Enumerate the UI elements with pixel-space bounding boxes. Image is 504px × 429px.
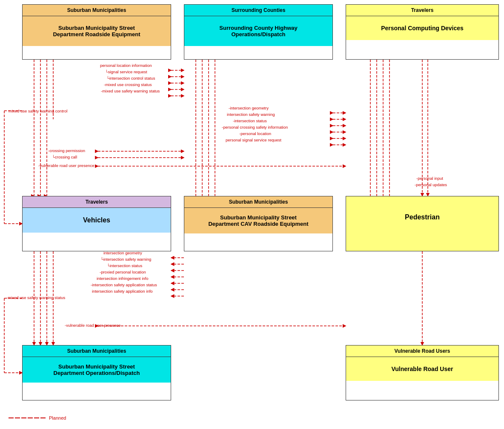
label-signal-service-req: └signal service request: [105, 69, 147, 74]
label-crossing-call: └crossing call: [52, 155, 77, 159]
vulnerable-road-user-body: Vulnerable Road User: [346, 357, 498, 381]
suburban-ops-header: Suburban Municipalities: [23, 346, 171, 357]
travelers-computing-body: Personal Computing Devices: [346, 16, 498, 40]
label-personal-location-info: personal location information: [100, 63, 152, 68]
surrounding-county-node: Surrounding Counties Surrounding County …: [184, 4, 333, 60]
label-mixed-use-warning-status-bottom: -mixed use safety warning status: [6, 295, 65, 300]
label-mixed-use-crossing: -mixed use crossing status: [104, 82, 152, 87]
suburban-ops-node: Suburban Municipalities Suburban Municip…: [22, 345, 171, 400]
suburban-cav-body: Suburban Municipality StreetDepartment C…: [184, 208, 332, 233]
label-personal-location-top: -personal location: [239, 131, 271, 136]
travelers-computing-node: Travelers Personal Computing Devices: [346, 4, 499, 60]
travelers-computing-header: Travelers: [346, 5, 498, 16]
label-intersection-status-bottom: └intersection status: [107, 263, 142, 268]
pedestrian-node: Pedestrian: [346, 196, 499, 251]
pedestrian-body: Pedestrian: [346, 196, 498, 251]
label-crossing-permission: -crossing permission: [48, 148, 85, 153]
label-mixed-use-warning-status: -mixed use safety warning status: [101, 89, 160, 93]
suburban-ops-body: Suburban Municipality StreetDepartment O…: [23, 357, 171, 383]
legend: Planned: [9, 415, 66, 420]
diagram: Suburban Municipalities Suburban Municip…: [0, 0, 504, 429]
legend-label: Planned: [49, 415, 66, 420]
vulnerable-road-user-node: Vulnerable Road Users Vulnerable Road Us…: [346, 345, 499, 400]
suburban-roadside-node: Suburban Municipalities Suburban Municip…: [22, 4, 171, 60]
label-personal-updates: -personal updates: [415, 182, 447, 187]
label-personal-signal: personal signal service request: [226, 138, 281, 142]
label-intersection-infringement: intersection infringement info: [97, 276, 148, 281]
suburban-cav-node: Suburban Municipalities Suburban Municip…: [184, 196, 333, 251]
surrounding-county-body: Surrounding County HighwayOperations/Dis…: [184, 16, 332, 46]
suburban-roadside-header: Suburban Municipalities: [23, 5, 171, 16]
label-intersection-geometry-top: -intersection geometry: [229, 106, 269, 110]
label-intersection-safety-warning-bottom: └intersection safety warning: [100, 257, 151, 262]
label-intersection-geometry-bottom: intersection geometry: [103, 250, 142, 255]
suburban-cav-header: Suburban Municipalities: [184, 196, 332, 208]
vulnerable-road-user-header: Vulnerable Road Users: [346, 346, 498, 357]
travelers-vehicles-body: Vehicles: [23, 208, 171, 233]
suburban-roadside-body: Suburban Municipality StreetDepartment R…: [23, 16, 171, 46]
label-intersection-safety-app-info: intersection safety application info: [92, 289, 153, 294]
label-intersection-safety-app-status: -intersection safety application status: [91, 282, 157, 287]
label-intersection-control: └intersection control status: [106, 76, 155, 81]
label-vru-presence-top: -vulnerable road user presence: [38, 163, 94, 168]
travelers-vehicles-header: Travelers: [23, 196, 171, 208]
label-proxied-personal: -proxied personal location: [100, 270, 146, 274]
label-mixed-use-warning-control: mixed use safety warning control: [9, 109, 67, 113]
label-personal-crossing: -personal crossing safety information: [222, 125, 288, 130]
label-intersection-safety-warning-top: intersection safety warning: [227, 112, 275, 117]
label-vru-presence-bottom: -vulnerable road user presence: [65, 323, 121, 328]
travelers-vehicles-node: Travelers Vehicles: [22, 196, 171, 251]
surrounding-county-header: Surrounding Counties: [184, 5, 332, 16]
label-personal-input: -personal input: [416, 176, 443, 181]
label-intersection-status-top: -intersection status: [233, 118, 267, 123]
